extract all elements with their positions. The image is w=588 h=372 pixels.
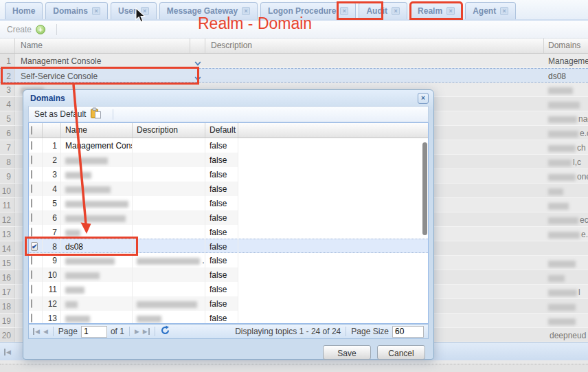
- page-next-icon[interactable]: ▶: [135, 328, 139, 335]
- dialog-table-row[interactable]: 9 . false: [29, 253, 428, 267]
- dialog-cell-name: [61, 253, 133, 267]
- tab-home[interactable]: Home: [5, 2, 43, 19]
- page-first-icon[interactable]: ◀: [4, 349, 11, 355]
- dialog-close-icon[interactable]: ×: [418, 93, 429, 104]
- redacted-text: [548, 174, 576, 181]
- cell-domains: e.c: [544, 126, 588, 140]
- tab-close-icon[interactable]: ×: [446, 7, 455, 15]
- redacted-text: [548, 289, 577, 296]
- dialog-table-row[interactable]: ✔ 8 ds08 false: [29, 239, 428, 253]
- redacted-text: [65, 272, 100, 279]
- page-size-input[interactable]: [392, 326, 424, 338]
- dialog-cell-description: [133, 182, 205, 196]
- create-button[interactable]: Create: [7, 25, 32, 34]
- tab-audit[interactable]: Audit ×: [359, 2, 407, 19]
- tab-close-icon[interactable]: ×: [340, 7, 348, 15]
- dialog-cell-default-domain: false: [205, 253, 238, 267]
- row-checkbox[interactable]: [29, 296, 43, 311]
- page-prev-icon[interactable]: ◀: [43, 328, 48, 335]
- dialog-row-number: 3: [43, 167, 61, 182]
- row-checkbox[interactable]: [29, 196, 43, 210]
- table-row[interactable]: 2 Self-Service Console ds08: [0, 68, 588, 83]
- dropdown-icon[interactable]: [190, 54, 205, 67]
- dialog-table-row[interactable]: 4 false: [29, 182, 428, 196]
- select-all-checkbox[interactable]: [29, 123, 43, 138]
- save-button[interactable]: Save: [323, 345, 371, 360]
- tab-user[interactable]: User ×: [111, 2, 157, 19]
- row-checkbox[interactable]: [29, 210, 43, 225]
- redacted-text: [65, 157, 108, 164]
- tab-agent[interactable]: Agent ×: [465, 2, 516, 19]
- dialog-table-row[interactable]: 10 false: [29, 267, 428, 282]
- row-number: 17: [0, 285, 15, 298]
- page-number-input[interactable]: [81, 326, 107, 338]
- dialog-table-row[interactable]: 11 false: [29, 282, 428, 296]
- redacted-text: [65, 316, 90, 322]
- tab-message-gateway[interactable]: Message Gateway ×: [159, 2, 258, 19]
- dialog-buttons: Save Cancel: [323, 345, 425, 360]
- dialog-row-number: 1: [43, 138, 61, 153]
- dialog-column-header-description[interactable]: Description: [133, 123, 205, 138]
- dropdown-icon[interactable]: [190, 69, 205, 82]
- table-row[interactable]: 1 Management Console Management Console: [0, 54, 588, 68]
- cancel-button[interactable]: Cancel: [377, 345, 425, 360]
- dialog-table-row[interactable]: 5 false: [29, 196, 428, 210]
- create-plus-icon[interactable]: +: [36, 25, 45, 34]
- dialog-scrollbar-thumb[interactable]: [422, 142, 427, 235]
- dialog-table-row[interactable]: 13 false: [29, 311, 428, 324]
- dialog-cell-default-domain: false: [205, 267, 238, 282]
- row-checkbox[interactable]: [29, 282, 43, 296]
- dialog-cell-description: [133, 267, 205, 282]
- refresh-icon[interactable]: [160, 325, 170, 338]
- dialog-table-row[interactable]: 12 false: [29, 296, 428, 311]
- redacted-text: [548, 145, 576, 152]
- tab-close-icon[interactable]: ×: [242, 7, 250, 15]
- column-header-domains[interactable]: Domains: [544, 39, 588, 53]
- row-checkbox[interactable]: [29, 267, 43, 282]
- row-checkbox[interactable]: [29, 253, 43, 267]
- tab-close-icon[interactable]: ×: [392, 7, 400, 15]
- redacted-text: [548, 261, 576, 267]
- tab-close-icon[interactable]: ×: [500, 7, 508, 15]
- tab-realm[interactable]: Realm ×: [410, 2, 462, 19]
- redacted-text: [548, 304, 576, 311]
- dialog-table-row[interactable]: 7 false: [29, 225, 428, 239]
- cell-domains: ch: [544, 140, 588, 154]
- tab-close-icon[interactable]: ×: [141, 7, 149, 15]
- dialog-column-header-name[interactable]: Name: [61, 123, 133, 138]
- row-checkbox[interactable]: ✔: [29, 239, 43, 252]
- redacted-text: [65, 287, 84, 294]
- dialog-table-row[interactable]: 1 Management Console false: [29, 138, 428, 153]
- page-last-icon[interactable]: ▶: [143, 328, 150, 335]
- redacted-text: [137, 316, 161, 322]
- cell-domains: ec: [544, 212, 588, 226]
- row-number: 8: [0, 155, 15, 168]
- set-as-default-button[interactable]: Set as Default: [34, 109, 86, 119]
- column-header-description[interactable]: Description: [205, 39, 544, 53]
- page-first-icon[interactable]: ◀: [33, 328, 40, 335]
- column-header-name[interactable]: Name: [15, 39, 190, 53]
- row-checkbox[interactable]: [29, 182, 43, 196]
- row-checkbox[interactable]: [29, 167, 43, 182]
- dialog-row-number: 12: [43, 296, 61, 311]
- dialog-row-filler: [238, 210, 428, 225]
- dialog-table-row[interactable]: 6 false: [29, 210, 428, 225]
- tab-close-icon[interactable]: ×: [92, 7, 100, 15]
- tab-logon-procedure[interactable]: Logon Procedure ×: [260, 2, 356, 19]
- redacted-text: [548, 188, 563, 195]
- dialog-row-filler: [238, 253, 428, 267]
- dialog-row-filler: [238, 167, 428, 182]
- redacted-text: [548, 232, 580, 239]
- redacted-text: [65, 201, 128, 208]
- tab-domains[interactable]: Domains ×: [45, 2, 108, 19]
- dialog-toolbar: Set as Default: [28, 106, 429, 122]
- dialog-table-row[interactable]: 2 false: [29, 153, 428, 167]
- row-checkbox[interactable]: [29, 153, 43, 167]
- clipboard-paste-icon[interactable]: [90, 107, 102, 121]
- dialog-column-header-default-domain[interactable]: Default Do: [205, 123, 238, 138]
- row-checkbox[interactable]: [29, 138, 43, 153]
- paging-separator: [346, 327, 346, 336]
- dialog-table-row[interactable]: 3 false: [29, 167, 428, 182]
- row-checkbox[interactable]: [29, 225, 43, 239]
- row-checkbox[interactable]: [29, 311, 43, 324]
